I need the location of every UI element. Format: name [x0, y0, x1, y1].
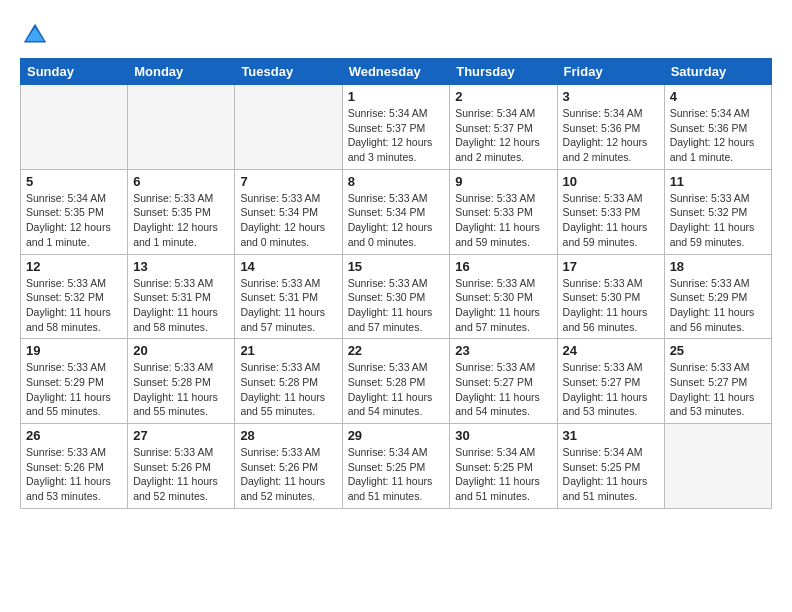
day-number: 29 [348, 428, 445, 443]
day-number: 30 [455, 428, 551, 443]
weekday-header: Wednesday [342, 59, 450, 85]
calendar-day-cell [128, 85, 235, 170]
logo [20, 20, 54, 50]
day-info: Sunrise: 5:33 AM Sunset: 5:26 PM Dayligh… [26, 445, 122, 504]
day-info: Sunrise: 5:33 AM Sunset: 5:26 PM Dayligh… [240, 445, 336, 504]
day-number: 22 [348, 343, 445, 358]
day-number: 20 [133, 343, 229, 358]
day-info: Sunrise: 5:34 AM Sunset: 5:25 PM Dayligh… [455, 445, 551, 504]
day-number: 13 [133, 259, 229, 274]
day-number: 10 [563, 174, 659, 189]
day-info: Sunrise: 5:33 AM Sunset: 5:27 PM Dayligh… [455, 360, 551, 419]
day-info: Sunrise: 5:33 AM Sunset: 5:29 PM Dayligh… [26, 360, 122, 419]
calendar-day-cell: 8Sunrise: 5:33 AM Sunset: 5:34 PM Daylig… [342, 169, 450, 254]
day-number: 18 [670, 259, 766, 274]
calendar-table: SundayMondayTuesdayWednesdayThursdayFrid… [20, 58, 772, 509]
day-info: Sunrise: 5:34 AM Sunset: 5:37 PM Dayligh… [348, 106, 445, 165]
day-info: Sunrise: 5:33 AM Sunset: 5:32 PM Dayligh… [670, 191, 766, 250]
day-number: 26 [26, 428, 122, 443]
calendar-day-cell [664, 424, 771, 509]
day-number: 19 [26, 343, 122, 358]
day-info: Sunrise: 5:33 AM Sunset: 5:35 PM Dayligh… [133, 191, 229, 250]
calendar-day-cell [235, 85, 342, 170]
day-number: 27 [133, 428, 229, 443]
day-info: Sunrise: 5:33 AM Sunset: 5:33 PM Dayligh… [563, 191, 659, 250]
day-info: Sunrise: 5:34 AM Sunset: 5:35 PM Dayligh… [26, 191, 122, 250]
weekday-header: Monday [128, 59, 235, 85]
calendar-day-cell: 17Sunrise: 5:33 AM Sunset: 5:30 PM Dayli… [557, 254, 664, 339]
calendar-day-cell: 5Sunrise: 5:34 AM Sunset: 5:35 PM Daylig… [21, 169, 128, 254]
calendar-day-cell: 27Sunrise: 5:33 AM Sunset: 5:26 PM Dayli… [128, 424, 235, 509]
day-info: Sunrise: 5:34 AM Sunset: 5:36 PM Dayligh… [670, 106, 766, 165]
day-info: Sunrise: 5:33 AM Sunset: 5:28 PM Dayligh… [240, 360, 336, 419]
day-info: Sunrise: 5:33 AM Sunset: 5:34 PM Dayligh… [240, 191, 336, 250]
calendar-day-cell: 4Sunrise: 5:34 AM Sunset: 5:36 PM Daylig… [664, 85, 771, 170]
calendar-day-cell: 20Sunrise: 5:33 AM Sunset: 5:28 PM Dayli… [128, 339, 235, 424]
calendar-day-cell: 19Sunrise: 5:33 AM Sunset: 5:29 PM Dayli… [21, 339, 128, 424]
day-number: 24 [563, 343, 659, 358]
calendar-day-cell: 29Sunrise: 5:34 AM Sunset: 5:25 PM Dayli… [342, 424, 450, 509]
weekday-header: Sunday [21, 59, 128, 85]
logo-icon [20, 20, 50, 50]
day-number: 3 [563, 89, 659, 104]
day-number: 9 [455, 174, 551, 189]
day-info: Sunrise: 5:33 AM Sunset: 5:31 PM Dayligh… [240, 276, 336, 335]
calendar-day-cell: 16Sunrise: 5:33 AM Sunset: 5:30 PM Dayli… [450, 254, 557, 339]
calendar-day-cell: 24Sunrise: 5:33 AM Sunset: 5:27 PM Dayli… [557, 339, 664, 424]
calendar-day-cell: 7Sunrise: 5:33 AM Sunset: 5:34 PM Daylig… [235, 169, 342, 254]
calendar-day-cell: 1Sunrise: 5:34 AM Sunset: 5:37 PM Daylig… [342, 85, 450, 170]
calendar-week-row: 1Sunrise: 5:34 AM Sunset: 5:37 PM Daylig… [21, 85, 772, 170]
calendar-day-cell: 18Sunrise: 5:33 AM Sunset: 5:29 PM Dayli… [664, 254, 771, 339]
day-info: Sunrise: 5:34 AM Sunset: 5:25 PM Dayligh… [563, 445, 659, 504]
calendar-day-cell: 28Sunrise: 5:33 AM Sunset: 5:26 PM Dayli… [235, 424, 342, 509]
day-number: 11 [670, 174, 766, 189]
day-info: Sunrise: 5:33 AM Sunset: 5:33 PM Dayligh… [455, 191, 551, 250]
day-info: Sunrise: 5:33 AM Sunset: 5:30 PM Dayligh… [348, 276, 445, 335]
day-number: 8 [348, 174, 445, 189]
calendar-day-cell: 22Sunrise: 5:33 AM Sunset: 5:28 PM Dayli… [342, 339, 450, 424]
day-number: 1 [348, 89, 445, 104]
day-number: 6 [133, 174, 229, 189]
day-info: Sunrise: 5:33 AM Sunset: 5:31 PM Dayligh… [133, 276, 229, 335]
day-number: 23 [455, 343, 551, 358]
day-info: Sunrise: 5:33 AM Sunset: 5:29 PM Dayligh… [670, 276, 766, 335]
calendar-week-row: 5Sunrise: 5:34 AM Sunset: 5:35 PM Daylig… [21, 169, 772, 254]
day-info: Sunrise: 5:33 AM Sunset: 5:30 PM Dayligh… [563, 276, 659, 335]
day-info: Sunrise: 5:34 AM Sunset: 5:25 PM Dayligh… [348, 445, 445, 504]
day-number: 17 [563, 259, 659, 274]
day-number: 21 [240, 343, 336, 358]
page-header [20, 20, 772, 50]
day-number: 12 [26, 259, 122, 274]
calendar-day-cell: 26Sunrise: 5:33 AM Sunset: 5:26 PM Dayli… [21, 424, 128, 509]
calendar-day-cell: 12Sunrise: 5:33 AM Sunset: 5:32 PM Dayli… [21, 254, 128, 339]
day-info: Sunrise: 5:33 AM Sunset: 5:28 PM Dayligh… [348, 360, 445, 419]
day-info: Sunrise: 5:33 AM Sunset: 5:28 PM Dayligh… [133, 360, 229, 419]
day-info: Sunrise: 5:33 AM Sunset: 5:32 PM Dayligh… [26, 276, 122, 335]
day-number: 28 [240, 428, 336, 443]
calendar-day-cell: 21Sunrise: 5:33 AM Sunset: 5:28 PM Dayli… [235, 339, 342, 424]
day-info: Sunrise: 5:34 AM Sunset: 5:37 PM Dayligh… [455, 106, 551, 165]
weekday-header: Saturday [664, 59, 771, 85]
calendar-day-cell: 10Sunrise: 5:33 AM Sunset: 5:33 PM Dayli… [557, 169, 664, 254]
day-info: Sunrise: 5:33 AM Sunset: 5:30 PM Dayligh… [455, 276, 551, 335]
calendar-day-cell: 31Sunrise: 5:34 AM Sunset: 5:25 PM Dayli… [557, 424, 664, 509]
calendar-day-cell: 6Sunrise: 5:33 AM Sunset: 5:35 PM Daylig… [128, 169, 235, 254]
weekday-header: Thursday [450, 59, 557, 85]
calendar-week-row: 12Sunrise: 5:33 AM Sunset: 5:32 PM Dayli… [21, 254, 772, 339]
calendar-week-row: 26Sunrise: 5:33 AM Sunset: 5:26 PM Dayli… [21, 424, 772, 509]
calendar-day-cell: 23Sunrise: 5:33 AM Sunset: 5:27 PM Dayli… [450, 339, 557, 424]
weekday-header: Tuesday [235, 59, 342, 85]
calendar-day-cell: 25Sunrise: 5:33 AM Sunset: 5:27 PM Dayli… [664, 339, 771, 424]
day-info: Sunrise: 5:33 AM Sunset: 5:26 PM Dayligh… [133, 445, 229, 504]
calendar-day-cell [21, 85, 128, 170]
calendar-day-cell: 15Sunrise: 5:33 AM Sunset: 5:30 PM Dayli… [342, 254, 450, 339]
calendar-day-cell: 14Sunrise: 5:33 AM Sunset: 5:31 PM Dayli… [235, 254, 342, 339]
day-info: Sunrise: 5:33 AM Sunset: 5:27 PM Dayligh… [670, 360, 766, 419]
day-info: Sunrise: 5:33 AM Sunset: 5:34 PM Dayligh… [348, 191, 445, 250]
calendar-day-cell: 3Sunrise: 5:34 AM Sunset: 5:36 PM Daylig… [557, 85, 664, 170]
day-info: Sunrise: 5:33 AM Sunset: 5:27 PM Dayligh… [563, 360, 659, 419]
calendar-header: SundayMondayTuesdayWednesdayThursdayFrid… [21, 59, 772, 85]
calendar-day-cell: 13Sunrise: 5:33 AM Sunset: 5:31 PM Dayli… [128, 254, 235, 339]
calendar-day-cell: 30Sunrise: 5:34 AM Sunset: 5:25 PM Dayli… [450, 424, 557, 509]
day-number: 4 [670, 89, 766, 104]
